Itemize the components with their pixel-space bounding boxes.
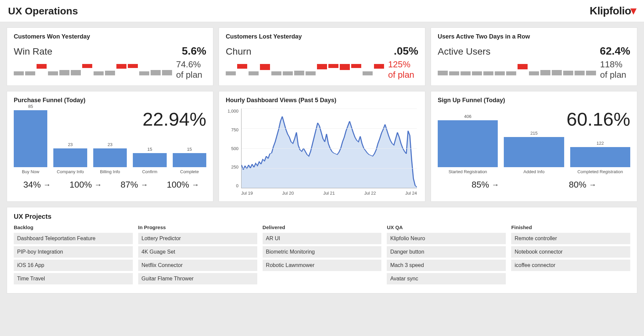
project-card[interactable]: 4K Guage Set — [138, 246, 257, 258]
metric-label: Win Rate — [14, 46, 52, 57]
metric-value: .05% — [394, 45, 418, 57]
funnel-bar-value: 23 — [93, 142, 127, 147]
card-title: Users Active Two Days in a Row — [438, 33, 630, 40]
project-card[interactable]: Klipfolio Neuro — [387, 233, 506, 244]
project-column: FinishedRemote controllerNotebook connec… — [511, 224, 630, 286]
project-column: BacklogDashboard Teleportation FeaturePI… — [14, 224, 133, 286]
project-column-heading: Finished — [511, 224, 630, 230]
project-card[interactable]: Mach 3 speed — [387, 260, 506, 271]
project-card[interactable]: Biometric Monitoring — [263, 246, 382, 258]
card-title: Customers Lost Yesterday — [226, 33, 418, 40]
project-card[interactable]: Avatar sync — [387, 273, 506, 284]
card-title: Customers Won Yesterday — [14, 33, 206, 40]
funnel-overall-pct: 22.94% — [143, 108, 206, 130]
funnel-bar-label: Complete — [173, 169, 206, 174]
funnel-column: 215Added Info — [504, 131, 564, 174]
axis-label: Jul 24 — [405, 191, 417, 196]
brand-logo: Klipfolio▾ — [590, 5, 636, 17]
funnel-column: 15Complete — [173, 147, 206, 174]
project-card[interactable]: Remote controller — [511, 233, 630, 244]
arrow-right-icon: → — [589, 181, 596, 189]
funnel-bar-label: Confirm — [133, 169, 166, 174]
project-column: In ProgressLottery Predictor4K Guage Set… — [138, 224, 257, 286]
funnel-bar-value: 85 — [14, 104, 47, 109]
project-card[interactable]: icoffee connector — [511, 260, 630, 271]
axis-label: Jul 22 — [364, 191, 376, 196]
funnel-step-pct: 100% — [167, 180, 189, 190]
hourly-views-card[interactable]: Hourly Dashboard Views (Past 5 Days) 1,0… — [219, 91, 425, 202]
chart-plot-area — [241, 109, 417, 188]
funnel-overall-pct: 60.16% — [567, 108, 630, 130]
axis-label: 500 — [226, 146, 238, 151]
sparkline-churn — [226, 64, 384, 75]
project-column-heading: Delivered — [263, 224, 382, 230]
arrow-right-icon: → — [44, 181, 51, 189]
funnel-bar — [14, 110, 47, 167]
metric-card-win-rate[interactable]: Customers Won Yesterday Win Rate 5.6% 74… — [7, 27, 213, 86]
funnel-bar-value: 15 — [173, 147, 206, 152]
funnel-bar-value: 122 — [570, 141, 630, 146]
project-card[interactable]: Netflix Connector — [138, 260, 257, 271]
project-column: DeliveredAR UIBiometric MonitoringRoboti… — [263, 224, 382, 286]
arrow-right-icon: → — [141, 181, 148, 189]
funnel-bar-label: Added Info — [504, 169, 564, 174]
funnel-step: 34% → — [14, 180, 60, 190]
plan-text: 118% of plan — [600, 59, 630, 80]
project-column-heading: UX QA — [387, 224, 506, 230]
purchase-funnel-card[interactable]: Purchase Funnel (Today) 22.94% 85Buy Now… — [7, 91, 213, 202]
project-card[interactable]: AR UI — [263, 233, 382, 244]
project-card[interactable]: PIP-boy Integration — [14, 246, 133, 258]
funnel-bar-label: Buy Now — [14, 169, 47, 174]
chart-y-axis: 1,0007505002500 — [226, 109, 240, 188]
funnel-step: 100% → — [160, 180, 206, 190]
project-column: UX QAKlipfolio NeuroDanger buttonMach 3 … — [387, 224, 506, 286]
project-card[interactable]: Notebook connector — [511, 246, 630, 258]
project-card[interactable]: Robotic Lawnmower — [263, 260, 382, 271]
plan-text: 74.6% of plan — [176, 59, 206, 80]
chart-x-axis: Jul 19Jul 20Jul 21Jul 22Jul 24 — [241, 191, 417, 196]
page-header: UX Operations Klipfolio▾ — [0, 0, 644, 22]
funnel-step-pct: 87% — [120, 180, 138, 190]
funnel-bar — [438, 120, 498, 167]
project-card[interactable]: Lottery Predictor — [138, 233, 257, 244]
signup-funnel-card[interactable]: Sign Up Funnel (Today) 60.16% 406Started… — [431, 91, 637, 202]
project-card[interactable]: Dashboard Teleportation Feature — [14, 233, 133, 244]
axis-label: Jul 20 — [282, 191, 294, 196]
funnel-column: 122Completed Registration — [570, 141, 630, 174]
hourly-line-chart: 1,0007505002500 Jul 19Jul 20Jul 21Jul 22… — [226, 109, 418, 196]
funnel-bar — [504, 137, 564, 167]
metric-card-active-users[interactable]: Users Active Two Days in a Row Active Us… — [431, 27, 637, 86]
funnel-step: 87% → — [111, 180, 158, 190]
funnel-bar-label: Started Registration — [438, 169, 498, 174]
funnel-bar-value: 15 — [133, 147, 166, 152]
brand-text: Klipfolio — [590, 5, 631, 17]
purchase-funnel-steps: 34% →100% →87% →100% → — [14, 180, 206, 190]
axis-label: 0 — [226, 183, 238, 188]
projects-columns: BacklogDashboard Teleportation FeaturePI… — [14, 224, 630, 286]
funnel-column: 406Started Registration — [438, 114, 498, 174]
metric-card-churn[interactable]: Customers Lost Yesterday Churn .05% 125%… — [219, 27, 425, 86]
axis-label: Jul 19 — [241, 191, 253, 196]
funnel-bar — [133, 153, 166, 167]
project-card[interactable]: Time Travel — [14, 273, 133, 284]
funnel-step: 85% → — [438, 180, 533, 190]
project-card[interactable]: iOS 16 App — [14, 260, 133, 271]
project-card[interactable]: Guitar Flame Thrower — [138, 273, 257, 284]
funnel-bar-value: 215 — [504, 131, 564, 136]
sparkline-win — [14, 64, 172, 75]
project-card[interactable]: Danger button — [387, 246, 506, 258]
project-column-heading: Backlog — [14, 224, 133, 230]
metric-label: Churn — [226, 46, 251, 57]
funnel-column: 23Company Info — [53, 142, 87, 174]
funnel-step: 80% → — [535, 180, 630, 190]
sparkline-active — [438, 64, 596, 75]
card-title: Hourly Dashboard Views (Past 5 Days) — [226, 97, 418, 104]
funnel-column: 85Buy Now — [14, 104, 47, 174]
funnel-bar — [173, 153, 206, 167]
metric-label: Active Users — [438, 46, 490, 57]
arrow-right-icon: → — [192, 181, 199, 189]
axis-label: 750 — [226, 127, 238, 132]
axis-label: 250 — [226, 164, 238, 170]
signup-funnel-steps: 85% →80% → — [438, 180, 630, 190]
funnel-bar — [53, 148, 87, 167]
